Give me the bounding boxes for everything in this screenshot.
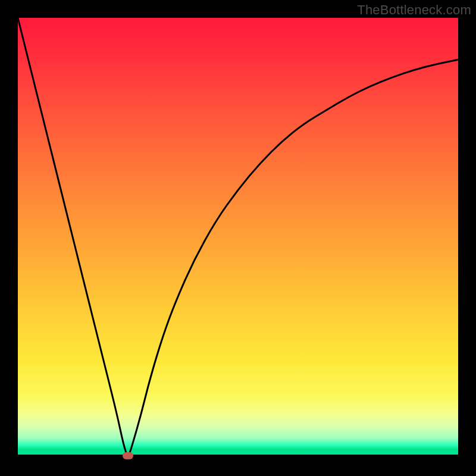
chart-frame: TheBottleneck.com: [0, 0, 476, 476]
attribution-label: TheBottleneck.com: [357, 2, 471, 18]
optimal-point-marker: [123, 452, 133, 459]
curve-path: [18, 18, 458, 455]
plot-area: [18, 18, 458, 458]
bottleneck-curve: [18, 18, 458, 458]
